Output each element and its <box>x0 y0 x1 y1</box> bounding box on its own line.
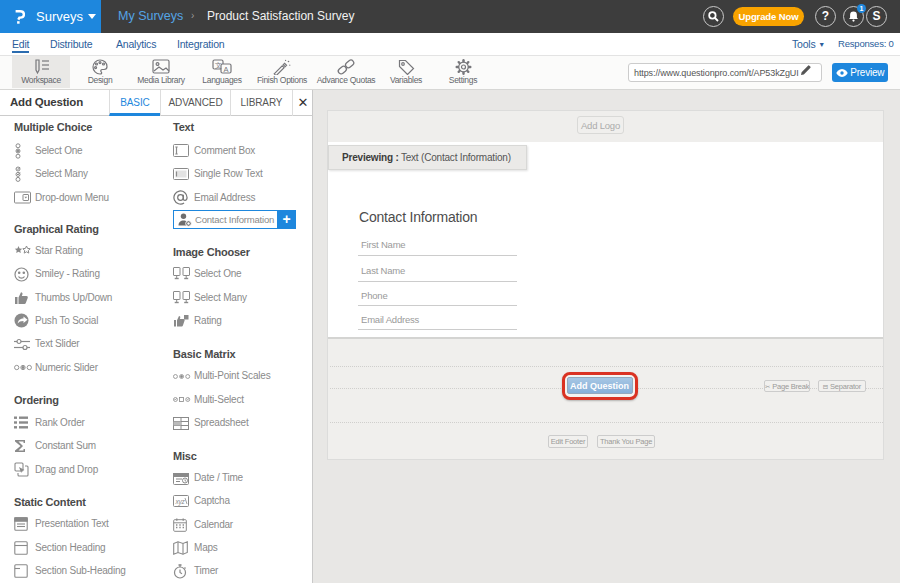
svg-text:文: 文 <box>215 61 222 69</box>
svg-text:A: A <box>224 65 229 74</box>
svg-text:xyz: xyz <box>175 498 186 506</box>
